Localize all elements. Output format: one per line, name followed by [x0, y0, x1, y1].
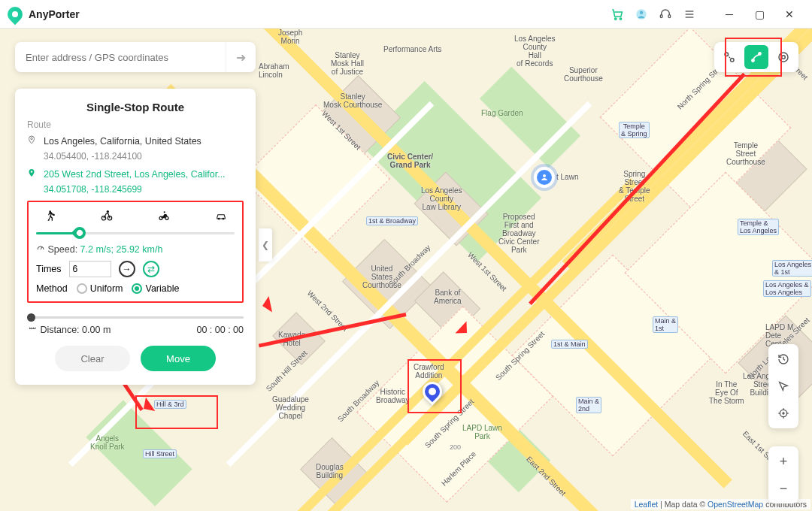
method-uniform-radio[interactable]: Uniform [77, 283, 123, 295]
map-label: Douglas Building [316, 463, 344, 479]
mode-walk-icon[interactable] [41, 208, 59, 223]
map-label: Kawada Hotel [278, 331, 305, 347]
osm-link[interactable]: OpenStreetMap [707, 500, 763, 509]
map-label: Historic Broadway [376, 388, 409, 404]
map-label: Superior Courthouse [564, 66, 603, 83]
street-label: West 2nd Street [306, 289, 350, 332]
times-input[interactable] [69, 261, 111, 277]
single-stop-mode-button[interactable] [744, 45, 768, 69]
svg-point-31 [782, 56, 786, 59]
cart-icon[interactable] [611, 8, 624, 21]
loop-repeat-button[interactable]: ⇄ [143, 261, 159, 277]
window-minimize-button[interactable]: ─ [714, 3, 744, 26]
account-icon[interactable] [635, 8, 648, 21]
map-label: Los Angeles & Los Angeles [763, 280, 811, 297]
elapsed-time: 00 : 00 : 00 [196, 325, 244, 335]
svg-point-15 [107, 210, 108, 212]
map-label: Main & 1st [653, 316, 678, 333]
title-bar: AnyPorter ─ ▢ ✕ [0, 0, 812, 29]
distance-value: 0.00 m [82, 325, 111, 335]
zoom-out-button[interactable]: − [771, 476, 795, 500]
panel-title: Single-Stop Route [27, 101, 244, 113]
move-button[interactable]: Move [141, 346, 216, 371]
locate-button[interactable] [771, 401, 795, 425]
mode-bike-icon[interactable] [98, 208, 116, 223]
map-label: Proposed First and Broadway Civic Center… [498, 213, 539, 254]
pin-filled-icon [27, 168, 38, 183]
map-label: Performance Arts [383, 45, 441, 53]
clear-button[interactable]: Clear [55, 346, 130, 371]
map-label: Los Angeles County Law Library [421, 186, 462, 211]
search-bar: ➜ [15, 42, 256, 72]
svg-point-0 [615, 17, 617, 19]
svg-point-36 [783, 413, 784, 414]
map-label: Stanley Mosk Courthouse [323, 92, 382, 109]
svg-point-9 [543, 174, 546, 177]
app-name: AnyPorter [29, 8, 80, 20]
pin-outline-icon [27, 135, 38, 150]
method-variable-radio[interactable]: Variable [132, 283, 179, 295]
map-label: Stanley Mosk Hall of Justice [331, 51, 364, 76]
destination-coords: 34.051708, -118.245699 [44, 184, 244, 195]
origin-coords: 34.054400, -118.244100 [44, 151, 244, 162]
leaflet-link[interactable]: Leaflet [635, 500, 659, 509]
map-label: Los Angeles County Hall of Records [514, 35, 556, 68]
search-go-button[interactable]: ➜ [226, 42, 256, 72]
zoom-controls: + − [768, 446, 798, 503]
map-label: Abraham Lincoln [259, 62, 289, 79]
progress-section: Distance: 0.00 m 00 : 00 : 00 [27, 316, 244, 335]
svg-rect-4 [660, 14, 662, 17]
map-label: 1st & Main [551, 340, 588, 349]
speed-label: Speed: [47, 244, 77, 255]
route-panel: Single-Stop Route Route Los Angeles, Cal… [15, 89, 256, 385]
map-label: Temple Street Courthouse [726, 141, 765, 166]
svg-point-18 [164, 211, 165, 213]
support-icon[interactable] [659, 8, 672, 21]
destination-text: 205 West 2nd Street, Los Angeles, Califo… [44, 168, 226, 182]
map-label: Hill & 3rd [154, 400, 186, 409]
map-label: Bank of America [434, 289, 462, 305]
window-close-button[interactable]: ✕ [774, 3, 804, 26]
menu-icon[interactable] [683, 8, 696, 21]
mode-car-icon[interactable] [212, 208, 230, 223]
map-label: Joseph Morin [278, 29, 302, 45]
cursor-button[interactable] [771, 374, 795, 398]
speed-slider[interactable] [36, 228, 235, 238]
progress-slider[interactable] [27, 316, 244, 319]
map-label: In The Eye Of The Storm [709, 380, 744, 405]
app-logo-icon [5, 3, 26, 24]
panel-collapse-button[interactable]: ❮ [259, 228, 272, 262]
map-label: 200 [450, 443, 461, 451]
svg-point-10 [31, 138, 33, 140]
route-section-label: Route [27, 119, 244, 130]
distance-label: Distance: [40, 325, 79, 335]
svg-point-20 [223, 218, 224, 219]
destination-row: 205 West 2nd Street, Los Angeles, Califo… [27, 168, 244, 183]
map-label: Main & 2nd [576, 397, 601, 413]
multi-stop-mode-button[interactable] [771, 45, 795, 69]
window-maximize-button[interactable]: ▢ [744, 3, 774, 26]
map-tools [768, 344, 798, 428]
map-label: Hill Street [143, 449, 177, 458]
destination-marker[interactable] [423, 382, 442, 407]
map-label: Temple & Spring [619, 122, 650, 138]
svg-rect-5 [668, 14, 671, 17]
map-label: LAPD Lawn Park [462, 424, 502, 440]
times-label: Times [36, 264, 62, 274]
method-label: Method [36, 283, 68, 294]
map-label: Civic Center/ Grand Park [387, 153, 433, 169]
map-label: Angels Knoll Park [90, 434, 125, 451]
zoom-in-button[interactable]: + [771, 449, 795, 473]
search-input[interactable] [15, 52, 226, 63]
teleport-mode-button[interactable] [717, 45, 741, 69]
map-label: Guadalupe Wedding Chapel [272, 395, 309, 420]
svg-line-21 [41, 247, 42, 249]
origin-row: Los Angeles, California, United States [27, 135, 244, 150]
mode-motorbike-icon[interactable] [155, 208, 173, 223]
svg-point-3 [640, 11, 644, 14]
user-location-marker [534, 167, 555, 188]
map-label: Spring Street & Temple Street [619, 170, 650, 203]
loop-once-button[interactable]: → [119, 261, 135, 277]
history-button[interactable] [771, 347, 795, 371]
speed-settings-box: Speed: 7.2 m/s; 25.92 km/h Times → ⇄ Met… [27, 201, 244, 304]
